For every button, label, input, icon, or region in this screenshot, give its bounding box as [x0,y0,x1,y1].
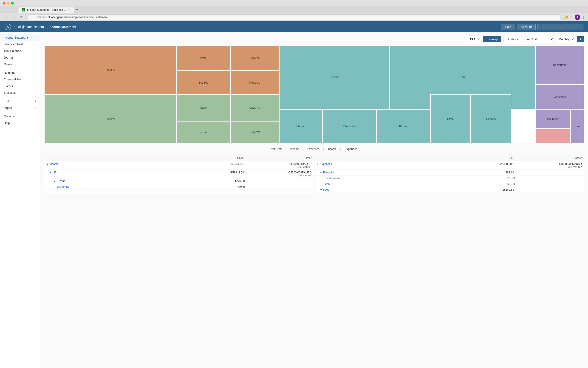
active-tab[interactable]: S Income Statement - email@ex... ✕ [18,7,74,13]
currency-select[interactable]: USD [466,36,481,42]
treemap-cell-income_federal[interactable]: Federal [44,45,176,94]
sidebar-item-editor[interactable]: Editor + [0,98,40,104]
star-icon[interactable]: ☆ [570,15,573,19]
address-bar[interactable] [28,14,560,20]
sidebar-item-help[interactable]: Help [0,120,40,126]
expand-arrow-icon: ▼ [320,171,322,174]
treemap-cell-exp_socsec[interactable]: SocSec [471,94,511,144]
treemap-cell-exp_electricity[interactable]: Electricity [322,109,376,144]
treemap-cell-income_socsec[interactable]: SocSec [176,71,230,94]
cost-select[interactable]: At Cost At Market Value [524,36,554,42]
sidebar-item-options[interactable]: Options [0,113,40,120]
treemap-cell-exp_phone[interactable]: Phone [376,109,430,144]
legend-net-profit[interactable]: Net Profit [271,147,282,151]
sidebar-item-trial-balance[interactable]: Trial Balance [0,47,40,54]
treemap-cell-income_state2[interactable]: State [176,94,230,121]
expenses-other: 54500.00 IRAUSD 368 VACHR [515,161,584,170]
sidebar-item-import[interactable]: Import ↓ [0,104,40,111]
table-row: ▼ETrade -1275.88 [44,178,314,184]
treemap-cell-exp_internet[interactable]: Internet [279,109,322,144]
income-row-income[interactable]: ▼Income [44,161,177,167]
treemap-cell-income_medicare[interactable]: Medicare [230,71,279,94]
us-other: -54500.00 IRAUSD -355 VACHR [246,170,314,178]
expenses-row-fees[interactable]: Fees [314,181,450,187]
toggle-button[interactable]: ▼ [577,36,584,42]
income-row-etrade[interactable]: ▼ETrade [44,178,180,184]
etrade-other [247,178,314,181]
treemap-button[interactable]: Treemap [483,36,502,42]
fees-usd: 132.00 [450,181,517,187]
income-row-dividends[interactable]: Dividends [44,184,182,190]
expenses-row-food[interactable]: ▼Food [314,187,449,193]
account-button[interactable]: Account [517,24,536,30]
treemap-legend: Net Profit | Income | Expenses | Income … [44,146,584,155]
treemap-cell-exp_misc1[interactable] [535,129,570,144]
sidebar-item-journal[interactable]: Journal [0,54,40,61]
dividends-usd: -479.46 [182,184,248,190]
income-row-us[interactable]: ▼US [44,170,178,175]
table-row: ▼Income -357944.58 -54500.00 IRAUSD -355… [44,161,314,170]
income-col-name [44,155,177,161]
etrade-usd: -1275.88 [180,178,247,184]
treemap-cell-exp_restaurant[interactable]: Restaurant [535,45,584,84]
food-usd: 18160.81 [449,187,516,193]
sidebar-item-commodities[interactable]: Commodities [0,76,40,83]
income-usd: -357944.58 [177,161,245,167]
minimize-button[interactable] [7,2,10,5]
refresh-button[interactable]: ↺ [18,15,24,19]
treemap-cell-income_socsec2[interactable]: SocSec [176,121,230,144]
breadcrumb-current-page: Income Statement [49,25,76,29]
sidebar-label: Statistics [4,91,16,94]
sidebar-item-events[interactable]: Events [0,83,40,89]
key-icon: 🔑 [564,15,568,19]
table-row: Commissions 250.60 [314,175,584,181]
forward-button[interactable]: → [10,15,17,19]
close-button[interactable] [3,2,6,5]
fees-other [517,181,584,184]
new-tab-button[interactable]: + [74,6,80,13]
app-logo: $ [5,24,11,30]
treemap-cell-exp_insurance[interactable]: Insurance [535,109,570,129]
table-row: ▼US -357944.58 -54500.00 IRAUSD -355 VAC… [44,170,314,178]
treemap-cell-income_citynyc3[interactable]: CityNYC [230,121,279,144]
table-row: Dividends -479.46 [44,184,314,190]
sidebar-label: Commodities [4,78,21,81]
app-header: $ email@example.com › Income Statement T… [0,21,588,32]
time-button[interactable]: Time [501,24,515,30]
nav-icons: 🔑 ☆ T ⋮ [564,14,585,20]
filter-input[interactable] [537,24,583,30]
sidebar-item-query[interactable]: Query [0,61,40,67]
us-usd: -357944.58 [178,170,246,175]
expenses-row-expenses[interactable]: ▼Expenses [314,161,447,167]
legend-income-2[interactable]: Income [328,147,337,151]
sidebar-label: Balance Sheet [4,43,23,46]
sidebar-item-income-statement[interactable]: Income Statement [0,34,40,41]
income-table-header: USD Other [44,155,314,161]
sidebar-item-statistics[interactable]: Statistics [0,89,40,96]
user-avatar[interactable]: T [575,14,580,20]
sidebar-item-balance-sheet[interactable]: Balance Sheet [0,41,40,47]
sidebar: Income Statement Balance Sheet Trial Bal… [0,32,40,368]
expenses-row-commissions[interactable]: Commissions [314,175,450,181]
expenses-row-financial[interactable]: ▼Financial [314,170,449,175]
period-select[interactable]: Monthly Yearly Weekly Daily [556,36,575,42]
legend-income-1[interactable]: Income [290,147,299,151]
legend-expenses-1[interactable]: Expenses [307,147,320,151]
treemap-cell-exp_groceries[interactable]: Groceries [535,84,584,109]
menu-icon[interactable]: ⋮ [582,15,585,19]
treemap-cell-income_citynyc[interactable]: CityNYC [230,45,279,71]
treemap-cell-income_federal2[interactable]: Federal [44,94,176,144]
back-button[interactable]: ← [3,15,9,19]
sidebar-item-holdings[interactable]: Holdings [0,69,40,76]
treemap-cell-exp_federal[interactable]: Federal [279,45,390,109]
treemap-cell-exp_state[interactable]: State [430,94,471,144]
sidebar-label: Income Statement [4,36,28,39]
treemap-cell-income_citynyc2[interactable]: CityNYC [230,94,279,121]
maximize-button[interactable] [11,2,14,5]
legend-expenses-2[interactable]: Expenses [345,147,357,151]
breadcrumb-email[interactable]: email@example.com [14,25,44,29]
treemap-cell-exp_tram[interactable]: Tram [570,109,584,144]
sunburst-button[interactable]: Sunburst [503,36,522,42]
treemap-cell-income_state[interactable]: State [176,45,230,71]
tab-close-button[interactable]: ✕ [68,9,70,11]
